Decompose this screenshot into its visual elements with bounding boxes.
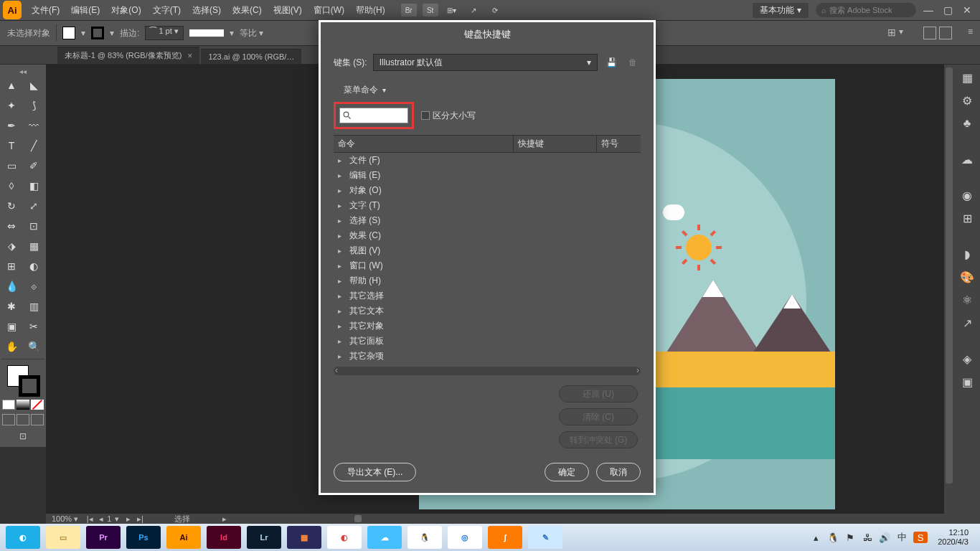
command-row[interactable]: ▸编辑 (E) — [334, 168, 641, 183]
zoom-tool[interactable]: 🔍 — [24, 337, 44, 356]
swatches-panel-icon[interactable]: ⊞ — [958, 209, 976, 227]
minimize-button[interactable]: — — [923, 4, 933, 16]
tray-network-icon[interactable]: 🖧 — [862, 532, 873, 543]
prev-artboard[interactable]: ◂ — [95, 514, 107, 524]
stroke-panel-icon[interactable]: 🎨 — [958, 268, 976, 286]
horizontal-scrollbar[interactable] — [354, 515, 362, 522]
keyset-select[interactable]: Illustrator 默认值▾ — [373, 54, 598, 71]
system-tray[interactable]: ▴ 🐧 ⚑ 🖧 🔊 中 S 12:10 2020/4/3 — [810, 528, 977, 547]
clock[interactable]: 12:10 2020/4/3 — [933, 528, 973, 547]
curvature-tool[interactable]: 〰 — [24, 116, 44, 135]
blend-tool[interactable]: ⟐ — [24, 277, 44, 296]
taskbar-app[interactable]: 🐧 — [407, 526, 442, 549]
gradient-tool[interactable]: ◐ — [24, 257, 44, 276]
type-tool[interactable]: T — [1, 136, 22, 155]
tray-up-icon[interactable]: ▴ — [810, 532, 821, 543]
paintbrush-tool[interactable]: ✐ — [24, 156, 44, 175]
category-select[interactable]: 菜单命令▾ — [344, 84, 641, 96]
command-list[interactable]: ▸文件 (F)▸编辑 (E)▸对象 (O)▸文字 (T)▸选择 (S)▸效果 (… — [334, 153, 641, 364]
next-artboard[interactable]: ▸ — [123, 514, 134, 524]
shape-builder-tool[interactable]: ⬗ — [1, 237, 22, 255]
doc-tab-1[interactable]: 未标题-1 @ 83% (RGB/像素预览)× — [57, 47, 199, 64]
none-mode[interactable] — [31, 400, 44, 410]
tray-flag-icon[interactable]: ⚑ — [844, 532, 856, 543]
gpu-icon[interactable]: ↗ — [466, 4, 481, 17]
menu-object[interactable]: 对象(O) — [105, 0, 146, 20]
command-row[interactable]: ▸帮助 (H) — [334, 273, 641, 288]
menu-type[interactable]: 文字(T) — [147, 0, 187, 20]
artboards-panel-icon[interactable]: ▣ — [958, 373, 976, 390]
direct-selection-tool[interactable]: ◣ — [24, 76, 44, 95]
cancel-button[interactable]: 取消 — [596, 463, 641, 481]
command-row[interactable]: ▸其它选择 — [334, 288, 641, 303]
workspace-selector[interactable]: 基本功能▾ — [753, 3, 809, 18]
match-case-checkbox[interactable]: 区分大小写 — [421, 110, 476, 122]
close-button[interactable]: ✕ — [963, 4, 971, 16]
command-row[interactable]: ▸选择 (S) — [334, 213, 641, 228]
line-tool[interactable]: ╱ — [24, 136, 44, 155]
taskbar-app[interactable]: ▦ — [287, 526, 321, 549]
color-mode[interactable] — [2, 400, 15, 410]
doc-tab-2[interactable]: 123.ai @ 100% (RGB/… — [201, 49, 301, 64]
eyedropper-tool[interactable]: 💧 — [1, 277, 22, 296]
scale-tool[interactable]: ⤢ — [24, 197, 44, 215]
delete-keyset-icon[interactable]: 🗑 — [625, 55, 641, 70]
vertical-scrollbar[interactable] — [944, 65, 954, 514]
sync-icon[interactable]: ⟳ — [487, 4, 503, 17]
magic-wand-tool[interactable]: ✦ — [1, 96, 22, 115]
tray-ime-icon[interactable]: 中 — [896, 532, 908, 543]
menu-help[interactable]: 帮助(H) — [350, 0, 391, 20]
taskbar-app[interactable]: ◎ — [448, 526, 482, 549]
command-row[interactable]: ▸文件 (F) — [334, 153, 641, 168]
bridge-icon[interactable]: Br — [401, 4, 417, 17]
menu-effect[interactable]: 效果(C) — [227, 0, 268, 20]
taskbar-app[interactable]: ◐ — [327, 526, 362, 549]
taskbar-app[interactable]: ∫ — [488, 526, 522, 549]
search-field[interactable] — [354, 110, 403, 121]
transform-icon[interactable] — [923, 27, 936, 39]
arrange-icon[interactable]: ⊞▾ — [444, 4, 460, 17]
tray-sogou-icon[interactable]: S — [913, 532, 928, 543]
command-row[interactable]: ▸其它杂项 — [334, 349, 641, 364]
command-row[interactable]: ▸效果 (C) — [334, 228, 641, 243]
tray-volume-icon[interactable]: 🔊 — [879, 532, 890, 543]
taskbar-app[interactable]: Lr — [247, 526, 281, 549]
color-panel-icon[interactable]: ◉ — [958, 187, 976, 204]
symbol-sprayer-tool[interactable]: ✱ — [1, 297, 22, 316]
eraser-tool[interactable]: ◧ — [24, 176, 44, 195]
taskbar-app[interactable]: ◐ — [6, 526, 40, 549]
mesh-tool[interactable]: ⊞ — [1, 257, 22, 276]
brushes-panel-icon[interactable]: ◗ — [958, 245, 976, 263]
stroke-style[interactable] — [189, 29, 224, 37]
maximize-button[interactable]: ▢ — [943, 4, 953, 16]
taskbar-app[interactable]: ☁ — [367, 526, 402, 549]
command-row[interactable]: ▸其它面板 — [334, 334, 641, 349]
stock-search[interactable]: ⌕搜索 Adobe Stock — [816, 3, 916, 17]
tray-qq-icon[interactable]: 🐧 — [827, 532, 839, 543]
shortcut-search-input[interactable] — [339, 108, 408, 123]
stroke-swatch[interactable] — [91, 27, 104, 39]
zoom-level[interactable]: 100% ▾ — [46, 514, 84, 524]
slice-tool[interactable]: ✂ — [24, 317, 44, 336]
stroke-weight[interactable]: ⁀ 1 pt ▾ — [145, 26, 183, 40]
export-text-button[interactable]: 导出文本 (E)... — [334, 463, 416, 481]
draw-normal[interactable] — [2, 414, 15, 425]
rectangle-tool[interactable]: ▭ — [1, 156, 22, 175]
layers-panel-icon[interactable]: ◈ — [958, 350, 976, 367]
libraries-panel-icon[interactable]: ⚙ — [958, 92, 976, 109]
taskbar-app[interactable]: Ai — [166, 526, 201, 549]
pen-tool[interactable]: ✒ — [1, 116, 22, 135]
fill-stroke-control[interactable] — [1, 362, 44, 397]
export-panel-icon[interactable]: ↗ — [958, 314, 976, 331]
menu-select[interactable]: 选择(S) — [187, 0, 227, 20]
first-artboard[interactable]: |◂ — [84, 514, 95, 524]
symbols-panel-icon[interactable]: ⚛ — [958, 291, 976, 309]
command-row[interactable]: ▸对象 (O) — [334, 183, 641, 198]
cc-panel-icon[interactable]: ♣ — [958, 115, 976, 132]
draw-behind[interactable] — [17, 414, 29, 425]
command-row[interactable]: ▸其它文本 — [334, 303, 641, 319]
taskbar-app[interactable]: ✎ — [528, 526, 562, 549]
rotate-tool[interactable]: ↻ — [1, 197, 22, 215]
artboard-tool[interactable]: ▣ — [1, 317, 22, 336]
properties-panel-icon[interactable]: ▦ — [958, 69, 976, 86]
